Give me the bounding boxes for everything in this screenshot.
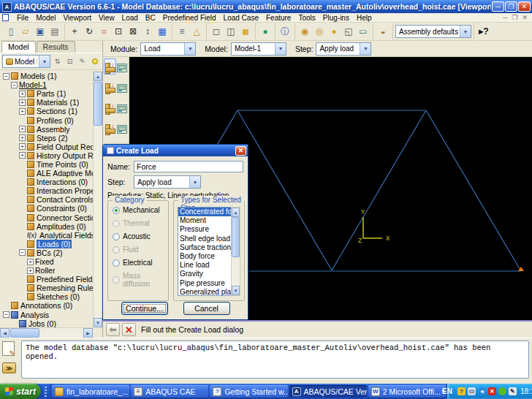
cancel-procedure-button[interactable]: ✕ [122,323,136,336]
tree-item-model-1[interactable]: −Model-1 [0,80,93,89]
tree-horizontal-scrollbar[interactable]: ◀ ▶ [0,327,93,338]
tree-item-models-1[interactable]: −Models (1) [0,72,93,80]
zoom-vertical-icon[interactable]: ↕ [141,25,154,38]
scrollbar-thumb[interactable] [232,217,240,257]
tree-item-ale-adaptive-mesh[interactable]: ALE Adaptive Mesh [0,169,93,178]
pan-icon[interactable]: + [68,25,81,38]
tree-item-analytical-fields-0[interactable]: f(x)Analytical Fields (0 [0,231,93,240]
bc-manager-button[interactable] [116,79,129,95]
type-item[interactable]: Body force [178,252,231,261]
viewport-tile-icon[interactable]: ◱ [342,25,355,38]
language-indicator[interactable]: EN [442,387,452,395]
scroll-down-icon[interactable]: ▼ [94,318,102,327]
load-manager-button[interactable] [116,58,129,75]
type-item[interactable]: Line load [178,261,231,270]
tree-item-connector-section[interactable]: Connector Section [0,213,93,222]
outline-circles-icon[interactable]: ◎ [313,25,326,38]
scroll-right-icon[interactable]: ▶ [83,328,93,338]
minimize-button[interactable]: ─ [492,1,504,12]
radio-electrical[interactable]: Electrical [113,259,168,267]
hiddenline-render-icon[interactable]: ◫ [224,25,238,38]
tree-item-materials-1[interactable]: +Materials (1) [0,98,93,107]
color-code-combo[interactable]: Assembly defaults ▼ [395,25,471,38]
continue-button[interactable]: Continue... [121,302,168,315]
menu-predefined-field[interactable]: Predefined Field [159,14,220,22]
magnify-icon[interactable]: ○ [97,25,110,38]
menu-help[interactable]: Help [353,14,376,22]
step-combo[interactable]: Apply load ▼ [316,42,371,56]
type-item[interactable]: Shell edge load [178,235,231,243]
name-input[interactable] [134,161,243,172]
tab-model[interactable]: Model [1,41,36,53]
tree-item-predefined-fields[interactable]: Predefined Fields ( [0,275,93,284]
tree-item-profiles-0[interactable]: Profiles (0) [0,115,93,124]
tree-item-contact-controls[interactable]: Contact Controls ( [0,195,93,204]
create-bc-button[interactable]: ↓ [104,79,116,95]
fit-view-icon[interactable]: ⊠ [126,25,140,38]
tree-item-remeshing-rules[interactable]: Remeshing Rules ( [0,284,93,292]
expand-icon[interactable]: + [19,134,26,141]
menu-view[interactable]: View [95,14,118,22]
overlay-circles-icon[interactable]: ◉ [298,25,311,38]
collapse-icon[interactable]: − [11,82,18,88]
tree-item-steps-2[interactable]: +Steps (2) [0,134,93,142]
create-predefined-field-button[interactable]: ↓ [104,99,116,115]
message-log-icon[interactable] [2,341,15,356]
tree-scope-combo[interactable]: Model D ▼ [2,55,50,68]
scroll-up-icon[interactable]: ▲ [94,72,102,81]
type-item[interactable]: Pressure [178,225,231,234]
start-button[interactable]: start [0,384,41,399]
lightbulb-icon[interactable] [89,56,100,67]
message-log[interactable]: The model database "c:\lucru\lucru_abaqu… [21,341,529,379]
link-filter-icon[interactable]: ✎ [77,56,88,67]
tree-item-parts-1[interactable]: +Parts (1) [0,89,93,98]
command-line-toggle-icon[interactable]: ≫ [2,362,16,373]
tree-item-field-output-requ[interactable]: +Field Output Requ [0,142,93,151]
viewport-monitor-icon[interactable]: ▭ [357,25,370,38]
filled-circle-icon[interactable]: ● [327,25,341,38]
shaded-render-icon[interactable]: ◼ [239,25,252,38]
radio-acoustic[interactable]: Acoustic [113,232,168,240]
tree-item-interactions-0[interactable]: Interactions (0) [0,178,93,186]
menu-plug-ins[interactable]: Plug-ins [319,14,353,22]
color-palette-icon[interactable]: ◒ [376,25,390,38]
restore-button[interactable]: ❐ [505,1,517,12]
task-2-microsoft-offi[interactable]: W2 Microsoft Offi...▼ [368,385,446,398]
collapse-icon[interactable]: − [3,311,10,318]
rotate-icon[interactable]: ↻ [83,25,96,38]
tree-item-roller[interactable]: +Roller [0,266,93,275]
type-item[interactable]: Gravity [178,270,231,278]
chevron-down-icon[interactable]: ▼ [360,43,370,55]
task-getting-started-w[interactable]: ?Getting Started w... [210,385,287,398]
menu-feature[interactable]: Feature [262,14,294,22]
expand-icon[interactable]: + [19,126,26,132]
chevron-down-icon[interactable]: ▼ [275,43,286,55]
tree-item-sketches-0[interactable]: Sketches (0) [0,292,93,301]
query-info-icon[interactable]: ⓘ [278,25,292,38]
expand-icon[interactable]: + [19,152,26,159]
predefined-field-manager-button[interactable] [116,99,129,115]
new-file-icon[interactable]: ▯ [4,25,18,38]
model-combo[interactable]: Model-1 ▼ [231,42,286,56]
mdi-restore-icon[interactable]: ❐ [509,14,520,21]
hide-icons-chevron-icon[interactable]: ◂ [478,387,486,395]
types-list[interactable]: Concentrated forceMomentPressureShell ed… [178,207,232,296]
expand-icon[interactable]: + [27,267,34,274]
module-combo[interactable]: Load ▼ [140,42,196,56]
dialog-close-icon[interactable]: ✕ [235,146,246,156]
tree-item-interaction-proper[interactable]: Interaction Proper [0,186,93,195]
menu-tools[interactable]: Tools [294,14,319,22]
perspective-cone-icon[interactable]: △ [190,25,203,38]
view-options-icon[interactable]: ▦ [156,25,169,38]
scrollbar-thumb[interactable] [94,82,102,126]
window-menu-icon[interactable] [2,14,9,21]
chevron-down-icon[interactable]: ▼ [184,43,195,55]
task-fin-laboratoare[interactable]: fin_laboratoare_... [52,385,129,398]
display-list-icon[interactable]: ≡ [175,25,189,38]
types-scrollbar[interactable]: ▲ ▼ [231,207,240,296]
dialog-step-combo[interactable]: Apply load ▼ [134,175,201,189]
security-shield-icon[interactable]: ✕ [488,387,496,395]
mdi-minimize-icon[interactable]: ─ [501,14,509,21]
tree-item-fixed[interactable]: +Fixed [0,257,93,266]
type-item[interactable]: Pipe pressure [178,279,231,288]
